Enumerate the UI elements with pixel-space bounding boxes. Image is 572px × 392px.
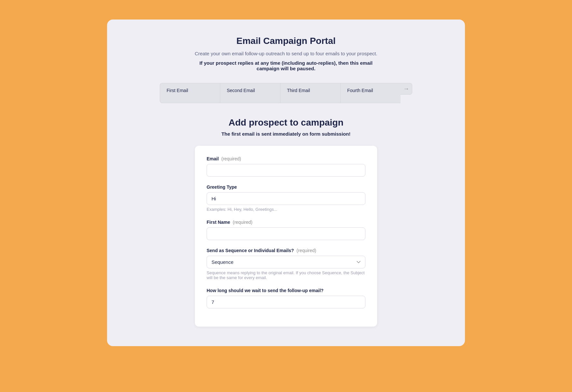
sequence-field-group: Send as Sequence or Individual Emails? (…: [207, 248, 365, 280]
tab-third-email[interactable]: Third Email: [280, 83, 340, 103]
followup-label: How long should we wait to send the foll…: [207, 288, 365, 293]
greeting-hint: Examples: Hi, Hey, Hello, Greetings...: [207, 207, 365, 212]
followup-field-group: How long should we wait to send the foll…: [207, 288, 365, 308]
form-section-title: Add prospect to campaign: [120, 117, 452, 128]
page-subtitle: Create your own email follow-up outreach…: [120, 51, 452, 56]
tab-second-email[interactable]: Second Email: [220, 83, 280, 103]
tab-fourth-email[interactable]: Fourth Email: [340, 83, 401, 103]
prospect-form-card: Email (required) Greeting Type Examples:…: [195, 146, 377, 327]
greeting-label: Greeting Type: [207, 184, 365, 190]
email-required-tag: (required): [221, 156, 241, 161]
followup-input[interactable]: [207, 296, 365, 308]
page-warning: If your prospect replies at any time (in…: [188, 60, 384, 71]
email-input[interactable]: [207, 164, 365, 177]
greeting-field-group: Greeting Type Examples: Hi, Hey, Hello, …: [207, 184, 365, 212]
email-label: Email (required): [207, 156, 365, 161]
email-tabs-container: First Email Second Email Third Email Fou…: [120, 83, 452, 103]
sequence-required-tag: (required): [296, 248, 316, 253]
page-title: Email Campaign Portal: [120, 36, 452, 46]
email-field-group: Email (required): [207, 156, 365, 177]
sequence-select[interactable]: Sequence Individual Emails: [207, 256, 365, 268]
tab-first-email[interactable]: First Email: [160, 83, 220, 103]
first-name-required-tag: (required): [233, 220, 252, 225]
first-name-field-group: First Name (required): [207, 220, 365, 240]
first-name-label: First Name (required): [207, 220, 365, 225]
sequence-hint: Sequence means replying to the original …: [207, 270, 365, 280]
form-section-subtitle: The first email is sent immediately on f…: [120, 131, 452, 137]
sequence-label: Send as Sequence or Individual Emails? (…: [207, 248, 365, 253]
main-card: Email Campaign Portal Create your own em…: [107, 20, 465, 346]
first-name-input[interactable]: [207, 227, 365, 240]
tabs-next-arrow[interactable]: →: [401, 83, 412, 95]
greeting-input[interactable]: [207, 192, 365, 205]
